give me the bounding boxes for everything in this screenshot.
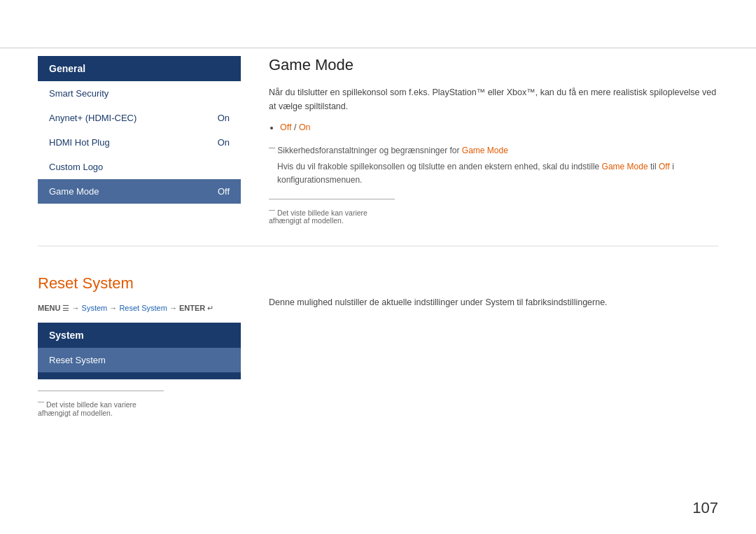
sidebar-item-label: Smart Security xyxy=(49,88,108,99)
page-number: 107 xyxy=(692,499,718,517)
security-note-sup: ― xyxy=(269,144,275,151)
sidebar-item-label: HDMI Hot Plug xyxy=(49,137,110,148)
reset-system-content: Denne mulighed nulstiller de aktuelle in… xyxy=(269,274,718,417)
security-note-detail: Hvis du vil frakoble spillekonsollen og … xyxy=(269,160,718,187)
sidebar-item-hdmi-hot-plug[interactable]: HDMI Hot Plug On xyxy=(38,130,241,155)
sidebar-item-anynet[interactable]: Anynet+ (HDMI-CEC) On xyxy=(38,106,241,130)
sidebar-item-value: Off xyxy=(218,186,230,197)
game-mode-bullet-item: Off / On xyxy=(280,120,718,134)
sidebar-item-smart-security[interactable]: Smart Security xyxy=(38,81,241,106)
bottom-sidebar-header: System xyxy=(38,323,241,348)
footnote-sup-1: ― xyxy=(269,206,275,213)
sidebar-item-label: Anynet+ (HDMI-CEC) xyxy=(49,113,136,123)
nav-enter-icon: ↵ xyxy=(207,304,214,312)
bottom-left: Reset System MENU ☰ → System → Reset Sys… xyxy=(38,274,241,417)
bottom-sidebar-spacer xyxy=(38,372,241,379)
security-note: ― Sikkerhedsforanstaltninger og begrænsn… xyxy=(269,143,718,157)
security-detail-link1: Game Mode xyxy=(602,162,648,171)
game-mode-bullet-list: Off / On xyxy=(280,120,718,134)
bottom-section: Reset System MENU ☰ → System → Reset Sys… xyxy=(38,267,718,417)
game-mode-description: Når du tilslutter en spillekonsol som f.… xyxy=(269,85,718,113)
footnote-text-1: ― Det viste billede kan variere afhængig… xyxy=(269,206,395,225)
nav-system-label: System xyxy=(82,304,108,312)
top-section: General Smart Security Anynet+ (HDMI-CEC… xyxy=(38,0,718,225)
game-mode-bullet-slash: / xyxy=(294,122,299,132)
sidebar-item-game-mode[interactable]: Game Mode Off xyxy=(38,179,241,204)
game-mode-bullet-on: On xyxy=(299,122,311,132)
reset-system-description: Denne mulighed nulstiller de aktuelle in… xyxy=(269,295,718,309)
nav-enter-label: ENTER xyxy=(179,304,205,312)
footnote-text-2: ― Det viste billede kan variere afhængig… xyxy=(38,398,164,417)
game-mode-bullet-off: Off xyxy=(280,122,291,132)
footnote-sup-2: ― xyxy=(38,398,44,405)
bottom-sidebar-item-reset[interactable]: Reset System xyxy=(38,348,241,372)
top-divider xyxy=(0,48,756,48)
security-note-link: Game Mode xyxy=(462,146,508,155)
nav-arrow-3: → xyxy=(169,304,179,312)
security-note-label: Sikkerhedsforanstaltninger og begrænsnin… xyxy=(277,146,459,155)
sidebar-header-general: General xyxy=(38,56,241,81)
bottom-sidebar-item-label: Reset System xyxy=(49,355,106,365)
game-mode-content: Game Mode Når du tilslutter en spillekon… xyxy=(269,56,718,225)
reset-system-title: Reset System xyxy=(38,274,241,293)
security-detail-link2: Off xyxy=(659,162,670,171)
nav-menu-label: MENU xyxy=(38,304,60,312)
footnote-area-1: ― Det viste billede kan variere afhængig… xyxy=(269,199,395,225)
nav-menu-icon: ☰ xyxy=(62,304,71,312)
page-container: General Smart Security Anynet+ (HDMI-CEC… xyxy=(0,0,756,534)
nav-arrow-2: → xyxy=(109,304,119,312)
sidebar-item-custom-logo[interactable]: Custom Logo xyxy=(38,155,241,179)
sidebar-item-label: Game Mode xyxy=(49,186,99,197)
nav-reset-label: Reset System xyxy=(119,304,167,312)
nav-arrow-1: → xyxy=(72,304,82,312)
sidebar-item-value: On xyxy=(218,137,230,148)
section-divider xyxy=(38,246,718,246)
security-detail-text: Hvis du vil frakoble spillekonsollen og … xyxy=(277,162,599,171)
sidebar-menu-general: General Smart Security Anynet+ (HDMI-CEC… xyxy=(38,56,241,225)
footnote-area-2: ― Det viste billede kan variere afhængig… xyxy=(38,391,164,417)
nav-path: MENU ☰ → System → Reset System → ENTER ↵ xyxy=(38,304,241,313)
bottom-sidebar-menu: System Reset System xyxy=(38,323,241,379)
sidebar-item-value: On xyxy=(218,113,230,123)
game-mode-title: Game Mode xyxy=(269,56,718,74)
sidebar-item-label: Custom Logo xyxy=(49,162,103,172)
security-detail-mid: til xyxy=(650,162,659,171)
